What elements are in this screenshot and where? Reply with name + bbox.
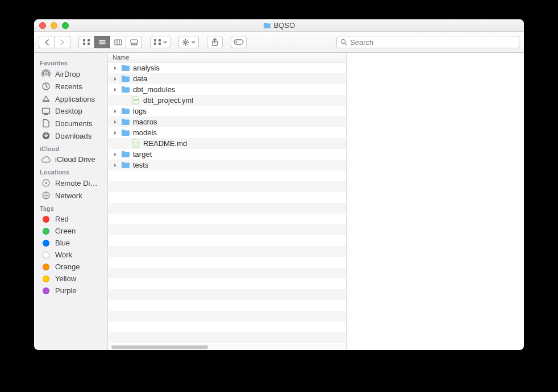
sidebar-item-label: Downloads bbox=[55, 132, 91, 140]
disclosure-triangle-icon[interactable] bbox=[113, 87, 118, 92]
sidebar-item[interactable]: Red bbox=[34, 213, 107, 225]
tag-dot-icon bbox=[41, 228, 51, 235]
share-button[interactable] bbox=[207, 36, 223, 48]
tags-button[interactable] bbox=[231, 36, 247, 48]
svg-point-18 bbox=[185, 41, 187, 43]
svg-rect-41 bbox=[134, 99, 138, 100]
empty-row bbox=[108, 300, 346, 311]
sidebar-item-label: AirDrop bbox=[55, 70, 80, 78]
file-name: macros bbox=[133, 118, 157, 126]
file-row[interactable]: models bbox=[108, 127, 346, 138]
sidebar-item[interactable]: Remote Di… bbox=[34, 177, 107, 189]
folder-icon bbox=[120, 118, 131, 126]
sidebar-item[interactable]: AirDrop bbox=[34, 68, 107, 80]
sidebar-item-icon bbox=[41, 178, 51, 187]
action-menu-button[interactable] bbox=[178, 36, 199, 48]
column-header-name[interactable]: Name bbox=[108, 53, 346, 62]
sidebar-item[interactable]: Green bbox=[34, 225, 107, 237]
nav-buttons bbox=[39, 36, 70, 48]
file-row[interactable]: macros bbox=[108, 116, 346, 127]
sidebar-item-icon bbox=[41, 69, 51, 78]
empty-row bbox=[108, 257, 346, 268]
folder-icon bbox=[120, 129, 131, 136]
group-icon bbox=[153, 39, 161, 45]
sidebar-item[interactable]: iCloud Drive bbox=[34, 153, 107, 165]
svg-rect-46 bbox=[134, 145, 137, 145]
sidebar-item-label: Purple bbox=[55, 286, 77, 295]
sidebar-item-label: Network bbox=[55, 191, 82, 200]
svg-point-38 bbox=[43, 180, 49, 186]
sidebar-item[interactable]: Network bbox=[34, 189, 107, 202]
disclosure-triangle-icon[interactable] bbox=[113, 120, 118, 124]
svg-rect-35 bbox=[43, 108, 50, 113]
file-row[interactable]: dbt_project.yml bbox=[108, 95, 346, 106]
svg-rect-44 bbox=[134, 143, 138, 143]
empty-row bbox=[108, 170, 346, 181]
sidebar-item-label: Remote Di… bbox=[55, 179, 97, 187]
sidebar-item[interactable]: Purple bbox=[34, 285, 107, 297]
sidebar-item-icon bbox=[41, 156, 51, 163]
folder-icon bbox=[263, 22, 271, 29]
sidebar-item[interactable]: Downloads bbox=[34, 130, 107, 142]
sidebar-item[interactable]: Desktop bbox=[34, 105, 107, 117]
back-button[interactable] bbox=[39, 36, 55, 48]
list-view-button[interactable] bbox=[94, 36, 110, 48]
tag-dot-icon bbox=[41, 287, 51, 294]
disclosure-triangle-icon[interactable] bbox=[113, 77, 118, 81]
gallery-view-button[interactable] bbox=[126, 36, 142, 48]
file-row[interactable]: README.md bbox=[108, 138, 346, 149]
chevron-down-icon bbox=[163, 41, 167, 44]
sidebar-item[interactable]: Orange bbox=[34, 261, 107, 273]
file-list[interactable]: analysisdatadbt_modulesdbt_project.ymllo… bbox=[108, 62, 346, 344]
sidebar-item[interactable]: Recents bbox=[34, 80, 107, 93]
svg-point-39 bbox=[45, 182, 47, 184]
tag-dot-icon bbox=[41, 252, 51, 258]
scrollbar-thumb[interactable] bbox=[111, 345, 208, 349]
forward-button[interactable] bbox=[55, 36, 70, 48]
disclosure-triangle-icon[interactable] bbox=[113, 109, 118, 114]
empty-row bbox=[108, 235, 346, 246]
search-input[interactable] bbox=[350, 38, 515, 47]
svg-rect-42 bbox=[134, 101, 138, 101]
file-row[interactable]: tests bbox=[108, 160, 346, 170]
file-row[interactable]: target bbox=[108, 149, 346, 160]
horizontal-scrollbar[interactable] bbox=[108, 344, 346, 350]
preview-pane bbox=[347, 53, 524, 350]
folder-icon bbox=[120, 161, 131, 169]
svg-rect-13 bbox=[136, 44, 137, 45]
icon-view-button[interactable] bbox=[78, 36, 94, 48]
file-row[interactable]: analysis bbox=[108, 62, 346, 73]
sidebar-item-label: Recents bbox=[55, 82, 82, 91]
sidebar-item-label: Desktop bbox=[55, 107, 82, 115]
empty-row bbox=[108, 203, 346, 214]
gear-icon bbox=[182, 39, 189, 46]
file-row[interactable]: dbt_modules bbox=[108, 84, 346, 95]
sidebar-item-label: Work bbox=[55, 251, 72, 259]
disclosure-triangle-icon[interactable] bbox=[113, 152, 118, 157]
disclosure-triangle-icon[interactable] bbox=[113, 163, 118, 168]
file-name: target bbox=[133, 150, 152, 159]
sidebar-item-icon bbox=[41, 94, 51, 103]
folder-icon bbox=[120, 86, 131, 93]
sidebar-item-label: Green bbox=[55, 227, 76, 235]
group-by-dropdown[interactable] bbox=[150, 36, 170, 48]
disclosure-triangle-icon[interactable] bbox=[113, 66, 118, 70]
sidebar[interactable]: FavoritesAirDropRecentsApplicationsDeskt… bbox=[34, 53, 108, 350]
sidebar-item[interactable]: Yellow bbox=[34, 273, 107, 285]
sidebar-item-label: Blue bbox=[55, 239, 70, 247]
sidebar-item[interactable]: Work bbox=[34, 249, 107, 261]
sidebar-item-label: Red bbox=[55, 215, 69, 223]
sidebar-item[interactable]: Blue bbox=[34, 237, 107, 249]
search-field[interactable] bbox=[336, 36, 519, 48]
empty-row bbox=[108, 224, 346, 235]
toolbar bbox=[34, 32, 524, 53]
file-row[interactable]: logs bbox=[108, 106, 346, 116]
folder-icon bbox=[120, 107, 131, 115]
file-row[interactable]: data bbox=[108, 73, 346, 84]
sidebar-item[interactable]: Applications bbox=[34, 93, 107, 105]
column-view-button[interactable] bbox=[110, 36, 126, 48]
svg-point-32 bbox=[45, 73, 47, 75]
sidebar-item[interactable]: Documents bbox=[34, 117, 107, 130]
svg-rect-28 bbox=[234, 40, 243, 44]
disclosure-triangle-icon[interactable] bbox=[113, 131, 118, 135]
